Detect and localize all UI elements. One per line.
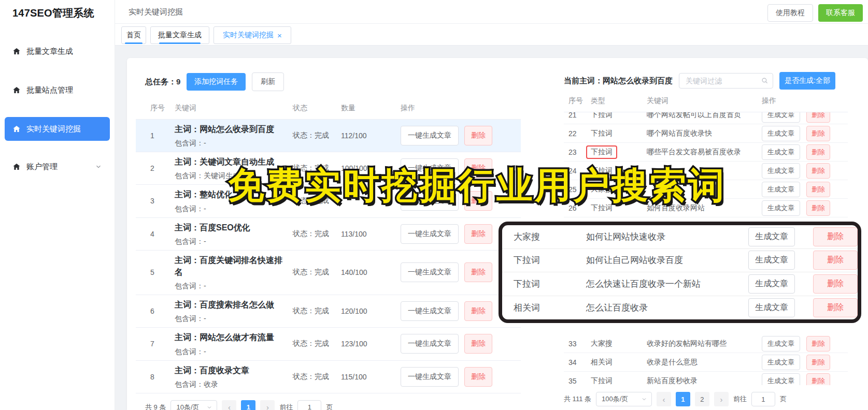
sidebar-item-batch-article[interactable]: 批量文章生成 bbox=[5, 40, 110, 63]
page-number-1[interactable]: 1 bbox=[241, 400, 255, 410]
task-count: 115/100 bbox=[341, 373, 401, 381]
close-icon[interactable]: × bbox=[277, 32, 282, 39]
page-size-select[interactable]: 10条/页 bbox=[170, 400, 217, 410]
delete-button[interactable]: 删除 bbox=[464, 301, 492, 321]
generate-article-button[interactable]: 一键生成文章 bbox=[401, 126, 459, 145]
generate-article-button[interactable]: 生成文章 bbox=[762, 144, 800, 160]
delete-button[interactable]: 删除 bbox=[464, 334, 492, 354]
delete-button[interactable]: 删除 bbox=[806, 126, 830, 141]
task-title: 主词：百度搜索排名怎么做 bbox=[175, 299, 286, 311]
delete-button[interactable]: 删除 bbox=[806, 200, 830, 216]
sidebar: 147SEO管理系统 批量文章生成 批量站点管理 实时关键词挖掘 账户管理 bbox=[0, 0, 115, 410]
keyword-seq: 21 bbox=[564, 112, 591, 119]
keyword-row: 33 大家搜 收录好的发帖网站有哪些 生成文章 删除 bbox=[564, 334, 848, 353]
goto-page-input[interactable] bbox=[297, 400, 321, 410]
page-number-1[interactable]: 1 bbox=[676, 392, 690, 406]
generate-article-button[interactable]: 生成文章 bbox=[762, 126, 800, 141]
inset-keyword-row: 下拉词 怎么快速让百度收录一个新站 生成文章 删除 bbox=[502, 272, 858, 296]
delete-button[interactable]: 删除 bbox=[806, 336, 830, 352]
task-status: 状态：完成 bbox=[293, 306, 341, 316]
tutorial-button[interactable]: 使用教程 bbox=[767, 4, 813, 22]
table-row[interactable]: 8 主词：百度收录文章 包含词：收录 状态：完成 115/100 一键生成文章 … bbox=[136, 361, 521, 393]
generate-all-toggle-button[interactable]: 是否生成:全部 bbox=[779, 72, 835, 90]
prev-page-button[interactable]: ‹ bbox=[222, 400, 236, 410]
delete-button: 删除 bbox=[813, 227, 858, 246]
task-title: 主词：百度SEO优化 bbox=[175, 222, 286, 233]
sidebar-item-label: 账户管理 bbox=[26, 162, 58, 172]
delete-button[interactable]: 删除 bbox=[464, 262, 492, 282]
tasks-table-header: 序号 关键词 状态 数量 操作 bbox=[136, 95, 521, 120]
next-page-button[interactable]: › bbox=[260, 400, 275, 410]
task-count: 112/100 bbox=[341, 131, 401, 140]
generate-article-button[interactable]: 生成文章 bbox=[762, 163, 800, 179]
generate-article-button[interactable]: 一键生成文章 bbox=[401, 301, 459, 321]
prev-page-button[interactable]: ‹ bbox=[657, 392, 671, 406]
sidebar-item-label: 批量站点管理 bbox=[26, 85, 73, 95]
sidebar-item-label: 实时关键词挖掘 bbox=[26, 124, 81, 134]
topbar-actions: 使用教程 联系客服 bbox=[767, 4, 863, 22]
sidebar-item-batch-site[interactable]: 批量站点管理 bbox=[5, 79, 110, 101]
keyword-seq: 35 bbox=[564, 377, 591, 385]
delete-button[interactable]: 删除 bbox=[806, 355, 830, 370]
keyword-text: 如何让网站快速收录 bbox=[586, 231, 748, 243]
refresh-button[interactable]: 刷新 bbox=[252, 72, 284, 91]
delete-button: 删除 bbox=[813, 298, 858, 317]
keyword-type: 大家搜 bbox=[502, 231, 586, 243]
task-title: 主词：网站怎么收录到百度 bbox=[175, 123, 286, 135]
keywords-pagination: 共 111 条 100条/页 ‹ 1 2 › 前往 页 bbox=[564, 392, 848, 406]
delete-button: 删除 bbox=[813, 251, 858, 270]
generate-article-button[interactable]: 一键生成文章 bbox=[401, 262, 459, 282]
generate-article-button[interactable]: 生成文章 bbox=[762, 355, 800, 370]
task-subtitle: 包含词：- bbox=[175, 139, 286, 148]
task-title: 主词：网站怎么做才有流量 bbox=[175, 331, 286, 343]
tab-batch-article[interactable]: 批量文章生成 bbox=[150, 26, 209, 44]
tab-keyword-mining[interactable]: 实时关键词挖掘 × bbox=[214, 26, 291, 44]
keyword-filter-input[interactable] bbox=[679, 73, 773, 89]
generate-article-button: 生成文章 bbox=[748, 298, 795, 317]
delete-button[interactable]: 删除 bbox=[806, 182, 830, 197]
generate-article-button[interactable]: 一键生成文章 bbox=[401, 334, 459, 354]
generate-article-button[interactable]: 一键生成文章 bbox=[401, 224, 459, 244]
generate-article-button[interactable]: 生成文章 bbox=[762, 373, 800, 386]
delete-button[interactable]: 删除 bbox=[464, 126, 492, 145]
generate-article-button[interactable]: 生成文章 bbox=[762, 112, 800, 123]
generate-article-button[interactable]: 生成文章 bbox=[762, 182, 800, 197]
delete-button[interactable]: 删除 bbox=[464, 224, 492, 244]
page-number-2[interactable]: 2 bbox=[695, 392, 709, 406]
table-row[interactable]: 1 主词：网站怎么收录到百度 包含词：- 状态：完成 112/100 一键生成文… bbox=[136, 120, 521, 152]
keyword-text: 收录是什么意思 bbox=[647, 358, 762, 367]
keyword-seq: 22 bbox=[564, 129, 591, 138]
task-seq: 7 bbox=[136, 340, 175, 348]
contact-support-button[interactable]: 联系客服 bbox=[818, 4, 863, 22]
table-row[interactable]: 7 主词：网站怎么做才有流量 包含词：- 状态：完成 123/100 一键生成文… bbox=[136, 328, 521, 360]
generate-article-button: 生成文章 bbox=[748, 251, 795, 270]
delete-button[interactable]: 删除 bbox=[806, 373, 830, 386]
delete-button: 删除 bbox=[813, 274, 858, 294]
keyword-filter bbox=[679, 73, 773, 89]
inset-keyword-row: 下拉词 如何让自己网站收录百度 生成文章 删除 bbox=[502, 249, 858, 273]
goto-page-input[interactable] bbox=[751, 392, 775, 406]
table-row[interactable]: 6 主词：百度搜索排名怎么做 包含词：- 状态：完成 120/100 一键生成文… bbox=[136, 295, 521, 328]
generate-article-button[interactable]: 生成文章 bbox=[762, 336, 800, 352]
keyword-row: 22 下拉词 哪个网站百度收录快 生成文章 删除 bbox=[564, 124, 848, 143]
keyword-type: 相关词 bbox=[591, 358, 613, 367]
generate-article-button[interactable]: 生成文章 bbox=[762, 200, 800, 216]
delete-button[interactable]: 删除 bbox=[464, 367, 492, 387]
goto-label: 前往 bbox=[733, 394, 747, 404]
next-page-button[interactable]: › bbox=[714, 392, 729, 406]
task-status: 状态：完成 bbox=[293, 268, 341, 277]
page-size-select[interactable]: 100条/页 bbox=[596, 392, 652, 406]
tab-home[interactable]: 首页 bbox=[121, 26, 146, 44]
sidebar-item-account[interactable]: 账户管理 bbox=[5, 155, 110, 178]
delete-button[interactable]: 删除 bbox=[806, 144, 830, 160]
delete-button[interactable]: 删除 bbox=[806, 112, 830, 123]
sidebar-item-keyword-mining[interactable]: 实时关键词挖掘 bbox=[5, 117, 110, 141]
add-task-button[interactable]: 添加挖词任务 bbox=[187, 73, 246, 91]
keyword-row: 21 下拉词 哪个网站发帖可以上百度首页 生成文章 删除 bbox=[564, 112, 848, 124]
table-row[interactable]: 5 主词：百度关键词排名快速排名 包含词：- 状态：完成 140/100 一键生… bbox=[136, 251, 521, 295]
tasks-table-body: 1 主词：网站怎么收录到百度 包含词：- 状态：完成 112/100 一键生成文… bbox=[136, 120, 521, 393]
table-row[interactable]: 4 主词：百度SEO优化 包含词：- 状态：完成 113/100 一键生成文章 … bbox=[136, 218, 521, 251]
generate-article-button[interactable]: 一键生成文章 bbox=[401, 367, 459, 387]
delete-button[interactable]: 删除 bbox=[806, 163, 830, 179]
promo-banner-text: 免费实时挖掘行业用户搜索词 bbox=[228, 162, 727, 210]
